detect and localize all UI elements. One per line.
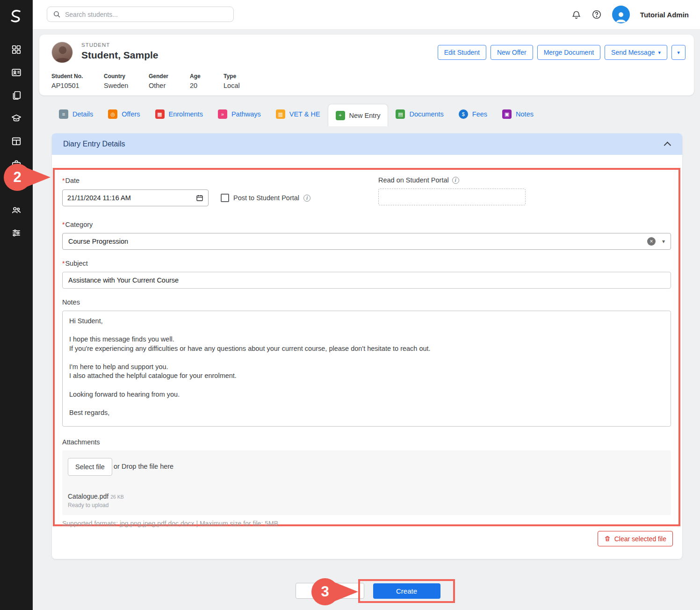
category-value: Course Progression <box>68 238 128 245</box>
file-dropzone[interactable]: Select file or Drop the file here Catalo… <box>62 450 671 515</box>
attachments-label: Attachments <box>62 438 100 446</box>
category-label: Category <box>65 221 93 228</box>
sidebar-item-offers[interactable] <box>0 87 33 104</box>
tab-vet-he[interactable]: ▥VET & HE <box>268 104 328 124</box>
contact-card-icon <box>11 67 22 78</box>
subject-label: Subject <box>65 260 87 267</box>
date-input[interactable]: 21/11/2024 11:16 AM <box>62 189 209 206</box>
required-marker: * <box>62 177 65 184</box>
caret-down-icon: ▾ <box>658 50 661 55</box>
search-box[interactable] <box>47 7 234 22</box>
sliders-icon <box>11 228 22 238</box>
bell-icon <box>571 10 581 20</box>
sidebar-item-courses[interactable] <box>0 110 33 127</box>
diary-entry-panel: Diary Entry Details *Date 21/11/2024 11:… <box>52 133 682 559</box>
notes-label: Notes <box>62 298 80 306</box>
select-file-button[interactable]: Select file <box>68 458 112 476</box>
new-entry-icon: + <box>336 111 345 120</box>
annotation-number: 3 <box>311 578 339 605</box>
student-tabs: ≡Details ◎Offers ▦Enrolments »Pathways ▥… <box>51 104 541 124</box>
search-icon <box>53 10 61 18</box>
info-value: Sweden <box>104 82 149 89</box>
subject-input[interactable] <box>62 272 671 289</box>
info-value: Other <box>149 82 190 89</box>
clear-category-icon[interactable]: × <box>647 237 656 246</box>
student-photo <box>51 42 73 63</box>
app-logo[interactable] <box>0 5 33 27</box>
people-icon <box>11 205 22 215</box>
sidebar-item-contacts[interactable] <box>0 64 33 81</box>
notifications-button[interactable] <box>571 10 581 20</box>
pages-icon <box>11 90 22 101</box>
tab-fees[interactable]: $Fees <box>451 104 495 124</box>
sidebar-item-settings[interactable] <box>0 225 33 241</box>
fees-icon: $ <box>459 109 468 119</box>
tab-documents[interactable]: ▤Documents <box>388 104 451 124</box>
tab-enrolments[interactable]: ▦Enrolments <box>148 104 210 124</box>
user-name: Tutorial Admin <box>640 11 689 19</box>
info-icon: i <box>303 195 310 202</box>
tab-notes[interactable]: ▣Notes <box>495 104 541 124</box>
read-on-portal-label: Read on Student Portal <box>378 176 449 184</box>
student-name: Student, Sample <box>81 50 159 61</box>
enrolments-icon: ▦ <box>155 109 165 119</box>
file-status: Ready to upload <box>68 502 124 508</box>
caret-down-icon[interactable]: ▾ <box>662 238 665 245</box>
collapse-chevron-icon[interactable] <box>664 141 671 149</box>
offers-icon: ◎ <box>108 109 117 119</box>
documents-icon: ▤ <box>396 109 405 119</box>
caret-down-icon: ▾ <box>677 50 680 55</box>
info-label: Country <box>104 73 149 80</box>
file-name: Catalogue.pdf <box>68 493 108 500</box>
annotation-number: 2 <box>4 164 31 191</box>
supported-formats: Supported formats: jpg,png,jpeg,pdf,doc,… <box>62 520 671 527</box>
table-icon <box>11 136 22 146</box>
drop-hint: or Drop the file here <box>114 463 173 470</box>
attached-file: Catalogue.pdf26 KB Ready to upload <box>68 492 124 508</box>
create-highlight-box: Create <box>358 579 455 603</box>
info-label: Type <box>224 73 266 80</box>
info-label: Age <box>190 73 224 80</box>
tab-new-entry[interactable]: +New Entry <box>328 104 389 126</box>
date-value: 21/11/2024 11:16 AM <box>67 194 131 202</box>
info-value: 20 <box>190 82 224 89</box>
person-photo-icon <box>52 42 73 63</box>
sidebar-item-dashboard[interactable] <box>0 41 33 58</box>
info-value: AP10501 <box>51 82 104 89</box>
merge-document-button[interactable]: Merge Document <box>537 45 600 60</box>
edit-student-button[interactable]: Edit Student <box>438 45 486 60</box>
new-offer-button[interactable]: New Offer <box>491 45 533 60</box>
tab-offers[interactable]: ◎Offers <box>101 104 147 124</box>
search-input[interactable] <box>65 11 228 18</box>
help-button[interactable] <box>592 9 602 20</box>
help-icon <box>592 9 602 20</box>
sidebar-item-agents[interactable] <box>0 202 33 218</box>
trash-icon <box>604 535 611 542</box>
send-message-button[interactable]: Send Message▾ <box>605 45 667 60</box>
annotation-step-2: 2 <box>4 164 55 191</box>
tab-details[interactable]: ≡Details <box>51 104 101 124</box>
details-icon: ≡ <box>59 109 68 119</box>
create-button[interactable]: Create <box>373 583 440 599</box>
read-on-portal-field <box>378 189 526 205</box>
person-icon <box>614 9 628 23</box>
user-avatar[interactable] <box>612 6 630 23</box>
more-actions-button[interactable]: ▾ <box>671 45 686 60</box>
clear-selected-file-button[interactable]: Clear selected file <box>598 531 673 546</box>
panel-header[interactable]: Diary Entry Details <box>52 133 682 155</box>
info-label: Student No. <box>51 73 104 80</box>
category-select[interactable]: Course Progression × ▾ <box>62 233 671 250</box>
info-value: Local <box>224 82 266 89</box>
sidebar-item-reports[interactable] <box>0 133 33 150</box>
required-marker: * <box>62 260 65 267</box>
sidebar <box>0 0 33 610</box>
date-label: Date <box>65 177 79 184</box>
dashboard-icon <box>11 44 22 55</box>
pathways-icon: » <box>218 109 227 119</box>
app-logo-icon <box>8 8 24 24</box>
graduation-cap-icon <box>11 113 22 123</box>
notes-textarea[interactable]: Hi Student, I hope this message finds yo… <box>62 311 671 427</box>
file-size: 26 KB <box>110 494 124 500</box>
tab-pathways[interactable]: »Pathways <box>210 104 268 124</box>
post-to-portal-checkbox[interactable] <box>221 194 229 202</box>
